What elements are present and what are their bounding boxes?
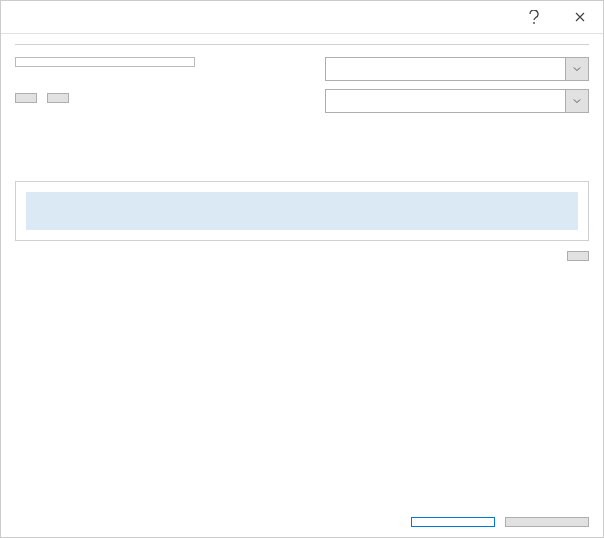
no-color-button[interactable] [15, 57, 195, 67]
clear-contents-button[interactable] [567, 251, 589, 261]
svg-point-0 [533, 22, 535, 24]
fill-effects-button[interactable] [15, 93, 37, 103]
sample-preview [26, 192, 578, 230]
pattern-format-value [326, 90, 565, 112]
close-button[interactable] [557, 1, 603, 33]
cancel-button[interactable] [505, 517, 589, 527]
help-button[interactable] [511, 1, 557, 33]
help-icon [529, 10, 539, 24]
sample-group [15, 181, 589, 241]
pattern-color-dropdown[interactable] [325, 57, 589, 81]
more-colors-button[interactable] [47, 93, 69, 103]
chevron-down-icon [565, 90, 588, 112]
close-icon [575, 12, 585, 22]
titlebar [1, 1, 603, 34]
ok-button[interactable] [411, 517, 495, 527]
pattern-format-dropdown[interactable] [325, 89, 589, 113]
tab-strip [15, 44, 589, 45]
chevron-down-icon [565, 58, 588, 80]
pattern-color-value [326, 58, 565, 80]
